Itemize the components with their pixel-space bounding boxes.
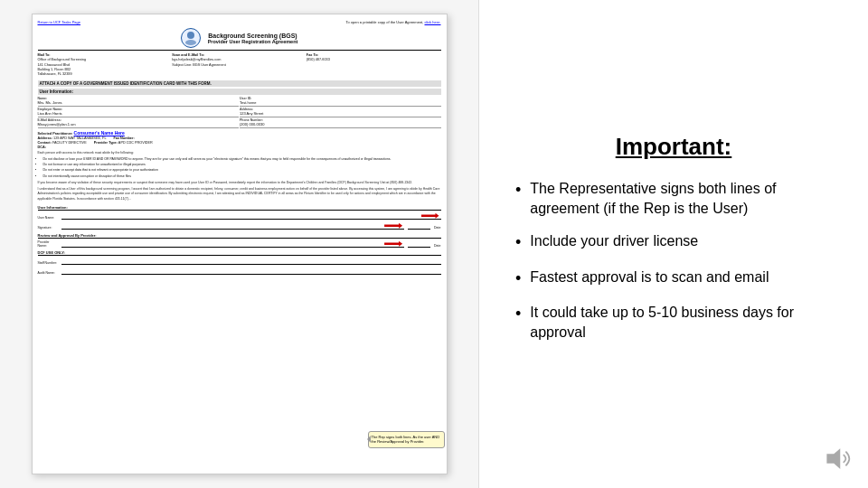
dcf-title: DCF USE ONLY: (38, 250, 441, 256)
doc-logo (181, 28, 201, 48)
user-name-label: User Name: (38, 216, 58, 220)
doc-title: Background Screening (BGS) Provider User… (208, 33, 298, 44)
callout-bubble: The Rep signs both lines. As the user AN… (368, 431, 445, 448)
scan-subject: Subject Line: BGS User Agreement (172, 63, 307, 68)
audit-name-line (61, 267, 441, 275)
click-here-link[interactable]: click here. (424, 20, 440, 24)
bullet-4: Do not intentionally cause corruption or… (43, 174, 441, 179)
bullet-text-2: Include your driver license (530, 231, 832, 251)
dcf-section: DCF USE ONLY: Staff Number: Audit Name: (38, 250, 441, 275)
doc-addresses: Mail To: Office of Background Screening1… (38, 53, 441, 78)
doc-title-line2: Provider User Registration Agreement (208, 39, 298, 44)
fax-col: Fax To: (850) 487-6033 (307, 53, 441, 78)
user-fields: Name: Mrs. Ms. Jones User ID: Test.home … (38, 97, 441, 128)
fax-label: Fax To: (307, 53, 318, 57)
important-bullet-1: • The Representative signs both lines of… (515, 179, 832, 220)
signature-label: Signature: (38, 226, 58, 230)
bullet-2: Do not borrow or use any information for… (43, 163, 441, 167)
bullet-dot-4: • (515, 303, 521, 325)
important-bullet-3: • Fastest approval is to scan and email (515, 267, 832, 290)
agreement-paragraph: I understand that as a User of this back… (38, 187, 441, 202)
mail-to-col: Mail To: Office of Background Screening1… (38, 53, 173, 78)
doc-top-center: To open a printable copy of the User Agr… (346, 20, 441, 24)
mail-to-label: Mail To: (38, 53, 51, 57)
dca-row: DCA: (38, 145, 441, 149)
date-label: Date (434, 226, 440, 230)
bullet-text-4: It could take up to 5-10 business days f… (530, 303, 832, 343)
doc-title-line1: Background Screening (BGS) (208, 33, 298, 39)
doc-header: Background Screening (BGS) Provider User… (38, 28, 441, 51)
email-field: E-Mail Address: Missy.jones@plan.1.sm (38, 118, 240, 128)
return-link[interactable]: Return to UCF Tasks Page (38, 20, 81, 24)
audit-name-row: Audit Name: (38, 267, 441, 275)
document-container: Return to UCF Tasks Page To open a print… (32, 14, 448, 474)
body-intro: Each person with access to this network … (38, 151, 441, 155)
sound-icon (823, 443, 854, 474)
svg-marker-2 (826, 448, 840, 469)
left-panel: Return to UCF Tasks Page To open a print… (0, 0, 479, 488)
important-bullet-2: • Include your driver license (515, 231, 832, 254)
bullet-3: Do not enter or accept data that is not … (43, 168, 441, 173)
user-name-row: User Name: (38, 212, 441, 220)
bullet-1: Do not disclose or loan your USER ID AND… (43, 157, 441, 162)
scan-col: Scan and E-Mail To: bgs.helpdesk@myflfam… (172, 53, 307, 78)
contact-value: FACILITY DIRECTIVE (52, 141, 87, 145)
provider-name-arrow (384, 241, 402, 247)
address-field: Address: 123 Any Street (240, 108, 441, 117)
user-sig-date (408, 222, 430, 230)
svg-point-0 (187, 32, 194, 39)
provider-address-row: Address: 129 APD WAY TALLAHASSEE, FL Fax… (38, 136, 441, 140)
staff-number-label: Staff Number: (38, 261, 58, 265)
bullet-dot-3: • (515, 267, 521, 290)
staff-number-row: Staff Number: (38, 258, 441, 265)
provider-name-row: Provider Name: Date (38, 240, 441, 248)
violation-paragraph: If you become aware of any violation of … (38, 181, 441, 185)
user-signature-section: User Information: User Name: Signature: … (38, 205, 441, 230)
consumer-name: Consumer's Name Here (74, 130, 125, 136)
user-sig-row: Signature: Date (38, 222, 441, 230)
bullet-dot-1: • (515, 179, 521, 202)
provider-address: 129 APD WAY TALLAHASSEE, FL (53, 136, 106, 140)
user-sig-title: User Information: (38, 205, 441, 211)
provider-type-value: APD CDC PROVIDER (118, 141, 153, 145)
user-id-field: User ID: Test.home (240, 97, 441, 107)
provider-name-line (61, 240, 405, 248)
selected-practitioner: Selected Practitioner: Consumer's Name H… (38, 130, 441, 136)
contact-row: Contact: FACILITY DIRECTIVE Provider Typ… (38, 141, 441, 145)
phone-field: Phone Number: (200) 000-0030 (240, 118, 441, 128)
user-info-section-title: User Information: (38, 89, 441, 95)
doc-top-bar: Return to UCF Tasks Page To open a print… (38, 20, 441, 24)
svg-point-1 (185, 40, 196, 45)
bullet-text-1: The Representative signs both lines of a… (530, 179, 832, 220)
important-bullet-4: • It could take up to 5-10 business days… (515, 303, 832, 343)
right-panel: Important: • The Representative signs bo… (479, 0, 868, 488)
attach-note: ATTACH A COPY OF A GOVERNMENT ISSUED IDE… (38, 80, 441, 87)
policy-bullets: Do not disclose or loan your USER ID AND… (43, 157, 441, 179)
review-section: Review and Approval By Provider: Provide… (38, 233, 441, 248)
provider-date-label: Date (434, 244, 440, 248)
user-sig-line (61, 222, 405, 230)
fax-number: (850) 487-6033 (307, 58, 441, 62)
name-field: Name: Mrs. Ms. Jones (38, 97, 240, 107)
user-sig-arrow (384, 223, 402, 229)
provider-date (408, 240, 430, 248)
audit-name-label: Audit Name: (38, 271, 58, 275)
important-title: Important: (515, 133, 832, 161)
user-name-arrow (421, 213, 439, 219)
user-name-line (61, 212, 441, 220)
staff-number-line (61, 258, 441, 265)
doc-top-text: To open a printable copy of the User Agr… (346, 20, 424, 24)
important-bullets: • The Representative signs both lines of… (515, 179, 832, 356)
bullet-text-3: Fastest approval is to scan and email (530, 267, 832, 287)
bullet-dot-2: • (515, 231, 521, 254)
scan-label: Scan and E-Mail To: (172, 53, 204, 57)
provider-name-label: Provider Name: (38, 240, 58, 248)
employer-field: Employer Name: Lisa Ann Harris (38, 108, 240, 117)
mail-to-address: Office of Background Screening141 Chassw… (38, 58, 173, 77)
review-title: Review and Approval By Provider: (38, 233, 441, 239)
